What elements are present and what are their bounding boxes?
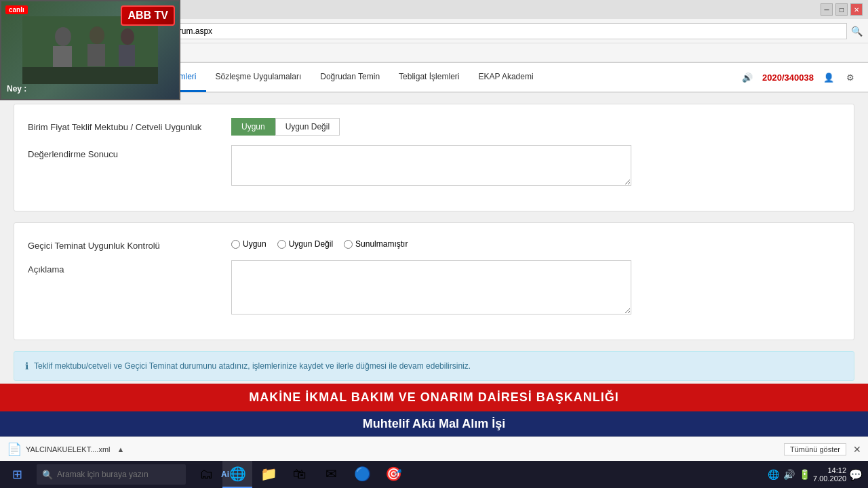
- banner-red: MAKİNE İKMAL BAKIM VE ONARIM DAİRESİ BAŞ…: [0, 384, 868, 411]
- speaker-icon[interactable]: 🔊: [741, 70, 754, 84]
- radio-uygun-degil[interactable]: Uygun Değil: [277, 239, 333, 249]
- maximize-button[interactable]: □: [835, 3, 848, 16]
- svg-rect-6: [119, 45, 135, 66]
- gear-icon[interactable]: ⚙: [844, 70, 857, 84]
- banner-blue: Muhtelif Akü Mal Alım İşi: [0, 411, 868, 436]
- taskbar-app-store[interactable]: 🛍: [285, 461, 315, 488]
- btn-uygun[interactable]: Uygun: [231, 118, 275, 136]
- battery-icon: 🔋: [799, 469, 810, 480]
- window-controls: ─ □ ✕: [821, 3, 863, 16]
- taskbar-app-mail[interactable]: ✉: [316, 461, 346, 488]
- aciklama-textarea-area: [231, 260, 840, 317]
- download-filename: YALCINAKUELEKT....xml: [26, 445, 111, 453]
- taskbar-app-folder[interactable]: 📁: [254, 461, 283, 488]
- info-icon: ℹ: [25, 361, 28, 371]
- volume-icon[interactable]: 🔊: [783, 469, 795, 480]
- taskbar-time: 14:12 7.00.2020: [813, 466, 846, 483]
- aciklama-textarea[interactable]: [231, 260, 631, 314]
- download-bar-close[interactable]: ✕: [853, 444, 861, 455]
- video-frame: [22, 16, 158, 84]
- video-overlay: canlı ABB TV Ney :: [0, 0, 180, 100]
- radio-uygun[interactable]: Uygun: [231, 239, 267, 249]
- teminat-radio-group: Uygun Uygun Değil Sunulmamıştır: [231, 237, 840, 249]
- download-bar: 📄 YALCINAKUELEKT....xml ▲ Tümünü göster …: [0, 436, 868, 461]
- download-file-icon: 📄: [7, 442, 22, 457]
- info-box: ℹ Teklif mektubu/cetveli ve Geçici Temin…: [14, 351, 854, 381]
- label-gecici-teminat: Geçici Teminat Uygunluk Kontrolü: [28, 237, 218, 251]
- taskbar-app-explorer[interactable]: 🗂: [191, 461, 221, 488]
- navbar-right: 🔊 2020/340038 👤 ⚙: [741, 70, 857, 84]
- svg-rect-4: [87, 44, 105, 66]
- info-text: Teklif mektubu/cetveli ve Geçici Teminat…: [34, 360, 471, 372]
- label-degerlendirme-sonucu: Değerlendirme Sonucu: [28, 145, 218, 159]
- taskbar-right: 🌐 🔊 🔋 14:12 7.00.2020 💬: [768, 466, 868, 483]
- ney-label: Ney :: [7, 84, 26, 94]
- section-birim-fiyat: Birim Fiyat Teklif Mektubu / Cetveli Uyg…: [14, 104, 854, 211]
- abb-tv-text: ABB TV: [127, 9, 168, 21]
- search-icon[interactable]: 🔍: [851, 26, 863, 37]
- uygunluk-buttons: Uygun Uygun Değil: [231, 118, 840, 136]
- download-chevron[interactable]: ▲: [117, 445, 125, 453]
- network-icon[interactable]: 🌐: [768, 469, 779, 480]
- row-teminat-kontrol: Geçici Teminat Uygunluk Kontrolü Uygun U…: [28, 237, 840, 251]
- taskbar-search-input[interactable]: [57, 470, 172, 479]
- degerlendirme-textarea-area: [231, 145, 840, 188]
- row-degerlendirme-sonucu: Değerlendirme Sonucu: [28, 145, 840, 188]
- nav-dogrudan-temin[interactable]: Doğrudan Temin: [311, 62, 389, 92]
- bottom-banner: MAKİNE İKMAL BAKIM VE ONARIM DAİRESİ BAŞ…: [0, 384, 868, 436]
- nav-tebligat-islemleri[interactable]: Tebligat İşlemleri: [389, 62, 469, 92]
- svg-point-3: [90, 26, 104, 44]
- svg-point-1: [55, 27, 71, 46]
- nav-ekap-akademi[interactable]: EKAP Akademi: [469, 62, 542, 92]
- start-button[interactable]: ⊞: [0, 461, 34, 488]
- close-button[interactable]: ✕: [850, 3, 863, 16]
- notification-icon[interactable]: 💬: [849, 468, 863, 481]
- svg-point-5: [121, 28, 134, 45]
- svg-rect-2: [53, 46, 72, 70]
- section-gecici-teminat: Geçici Teminat Uygunluk Kontrolü Uygun U…: [14, 222, 854, 340]
- row-aciklama: Açıklama: [28, 260, 840, 317]
- svg-rect-7: [22, 67, 158, 84]
- taskbar-search-icon: 🔍: [42, 470, 53, 480]
- download-item: 📄 YALCINAKUELEKT....xml ▲: [7, 442, 124, 457]
- radio-sunulmamistir[interactable]: Sunulmamıştır: [344, 239, 408, 249]
- taskbar-system-icons: 🌐 🔊 🔋: [768, 469, 810, 480]
- tender-number: 2020/340038: [762, 73, 814, 83]
- label-aciklama: Açıklama: [28, 260, 218, 274]
- row-uygunluk: Birim Fiyat Teklif Mektubu / Cetveli Uyg…: [28, 118, 840, 136]
- btn-uygun-degil[interactable]: Uygun Değil: [275, 118, 340, 136]
- minimize-button[interactable]: ─: [821, 3, 833, 16]
- nav-sozlesme-uygulamalari[interactable]: Sözleşme Uygulamaları: [206, 62, 311, 92]
- live-badge: canlı: [5, 5, 28, 14]
- taskbar-search[interactable]: 🔍: [37, 464, 186, 485]
- download-actions: Tümünü göster ✕: [784, 443, 861, 455]
- taskbar-app-extra[interactable]: 🎯: [378, 461, 408, 488]
- ai-label: Ai: [221, 461, 229, 488]
- abb-tv-logo: ABB TV: [121, 5, 175, 26]
- taskbar-app-chrome[interactable]: 🔵: [347, 461, 377, 488]
- user-icon[interactable]: 👤: [822, 70, 835, 84]
- taskbar: ⊞ 🔍 🗂 🌐 📁 🛍 ✉ 🔵 🎯 Ai 🌐 🔊 🔋 14:12 7.00.20…: [0, 461, 868, 488]
- windows-icon: ⊞: [12, 467, 22, 482]
- degerlendirme-sonucu-textarea[interactable]: [231, 145, 631, 186]
- label-birim-fiyat: Birim Fiyat Teklif Mektubu / Cetveli Uyg…: [28, 118, 218, 132]
- show-all-button[interactable]: Tümünü göster: [784, 443, 846, 455]
